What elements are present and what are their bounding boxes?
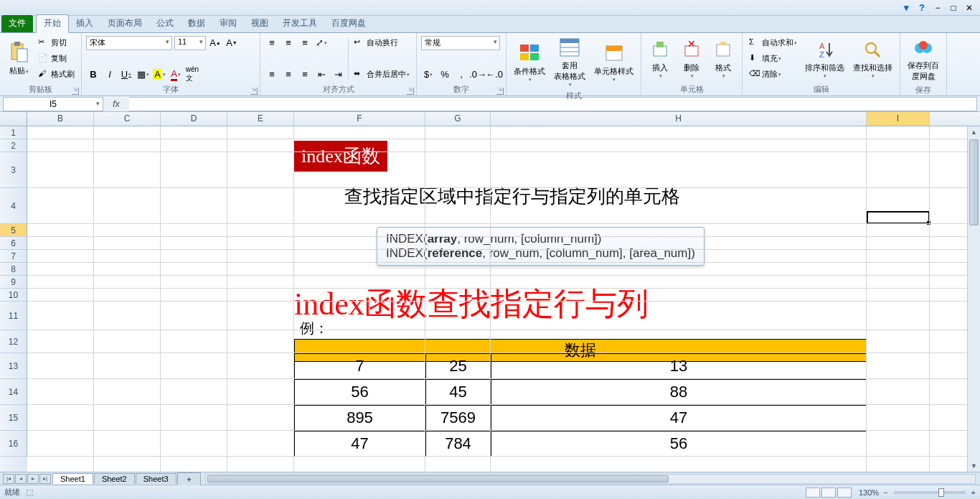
underline-button[interactable]: U — [119, 67, 133, 82]
close-button[interactable]: ✕ — [963, 3, 976, 13]
view-normal-icon[interactable] — [806, 488, 820, 498]
row-header-3[interactable]: 3 — [0, 152, 27, 188]
scroll-thumb[interactable] — [969, 139, 979, 225]
tab-developer[interactable]: 开发工具 — [275, 15, 324, 32]
table-cell[interactable]: 13 — [491, 353, 867, 379]
percent-icon[interactable]: % — [438, 67, 452, 82]
sheet-tab-1[interactable]: Sheet1 — [52, 473, 93, 484]
tab-formulas[interactable]: 公式 — [149, 15, 181, 32]
bold-button[interactable]: B — [86, 67, 100, 82]
row-header-15[interactable]: 15 — [0, 405, 27, 431]
table-cell[interactable]: 56 — [491, 431, 867, 457]
table-cell[interactable]: 7 — [294, 353, 425, 379]
dialog-launcher-icon[interactable]: ⇲ — [496, 88, 504, 95]
table-cell[interactable]: 784 — [425, 431, 491, 457]
italic-button[interactable]: I — [103, 67, 117, 82]
increase-indent-icon[interactable]: ⇥ — [331, 67, 345, 82]
table-cell[interactable]: 895 — [294, 405, 425, 431]
tab-data[interactable]: 数据 — [181, 15, 212, 32]
vertical-scrollbar[interactable]: ▲ ▼ — [967, 126, 980, 472]
find-select-button[interactable]: 查找和选择 — [849, 37, 897, 80]
table-cell[interactable]: 25 — [425, 353, 491, 379]
tab-file[interactable]: 文件 — [1, 15, 33, 32]
currency-icon[interactable]: $ — [421, 67, 435, 82]
table-cell[interactable]: 56 — [294, 379, 425, 405]
align-left-icon[interactable]: ≡ — [265, 67, 279, 82]
row-header-5[interactable]: 5 — [0, 224, 27, 237]
fill-button[interactable]: ⬇填充 — [747, 52, 799, 66]
tab-home[interactable]: 开始 — [36, 14, 69, 33]
sort-filter-button[interactable]: AZ排序和筛选 — [801, 37, 849, 80]
table-cell[interactable]: 88 — [491, 379, 867, 405]
fx-icon[interactable]: fx — [108, 98, 125, 109]
zoom-level[interactable]: 130% — [859, 488, 879, 497]
row-header-16[interactable]: 16 — [0, 431, 27, 457]
row-header-8[interactable]: 8 — [0, 263, 27, 276]
format-table-button[interactable]: 套用 表格格式 — [550, 34, 590, 89]
number-format-combo[interactable]: 常规 — [421, 36, 500, 50]
column-header-F[interactable]: F — [294, 112, 425, 126]
row-header-1[interactable]: 1 — [0, 126, 27, 139]
select-all-corner[interactable] — [0, 112, 27, 126]
cut-button[interactable]: ✂剪切 — [36, 36, 77, 50]
row-header-10[interactable]: 10 — [0, 289, 27, 302]
orientation-icon[interactable]: ⤢ — [314, 36, 329, 50]
row-header-6[interactable]: 6 — [0, 237, 27, 250]
row-header-7[interactable]: 7 — [0, 250, 27, 263]
paste-button[interactable]: 粘贴 — [3, 39, 34, 78]
copy-button[interactable]: 📄复制 — [36, 52, 77, 66]
row-header-11[interactable]: 11 — [0, 302, 27, 330]
dialog-launcher-icon[interactable]: ⇲ — [407, 88, 414, 95]
tab-view[interactable]: 视图 — [244, 15, 275, 32]
sheet-next-icon[interactable]: ▸ — [27, 474, 39, 484]
column-header-E[interactable]: E — [227, 112, 294, 126]
scroll-down-icon[interactable]: ▼ — [968, 460, 980, 472]
delete-cells-button[interactable]: ✕删除 — [676, 37, 707, 80]
row-header-14[interactable]: 14 — [0, 379, 27, 405]
fill-color-button[interactable]: A — [152, 67, 166, 82]
hscroll-thumb[interactable] — [207, 475, 669, 482]
conditional-format-button[interactable]: 条件格式 — [509, 40, 550, 84]
zoom-in-button[interactable]: + — [971, 488, 976, 497]
decrease-font-icon[interactable]: A▼ — [225, 36, 239, 50]
cell-styles-button[interactable]: 单元格样式 — [590, 40, 638, 84]
maximize-button[interactable]: □ — [947, 3, 960, 13]
cells-area[interactable]: index函数 查找指定区域中指定行与指定列的单元格 INDEX(array, … — [27, 126, 980, 472]
align-right-icon[interactable]: ≡ — [298, 67, 312, 82]
tab-review[interactable]: 审阅 — [212, 15, 244, 32]
sheet-last-icon[interactable]: ▸| — [39, 474, 51, 484]
clear-button[interactable]: ⌫清除 — [747, 67, 799, 82]
row-header-2[interactable]: 2 — [0, 139, 27, 152]
zoom-slider[interactable] — [894, 491, 966, 494]
row-header-4[interactable]: 4 — [0, 188, 27, 224]
row-header-12[interactable]: 12 — [0, 330, 27, 353]
help-icon[interactable]: ? — [915, 3, 928, 13]
decrease-decimal-icon[interactable]: ←.0 — [487, 67, 501, 82]
worksheet-grid[interactable]: 12345678910111213141516 index函数 查找指定区域中指… — [0, 126, 980, 472]
sheet-add-button[interactable]: ＋ — [177, 472, 201, 485]
table-cell[interactable]: 7569 — [425, 405, 491, 431]
comma-icon[interactable]: , — [454, 67, 468, 82]
align-top-icon[interactable]: ≡ — [265, 36, 279, 50]
decrease-indent-icon[interactable]: ⇤ — [314, 67, 329, 82]
align-middle-icon[interactable]: ≡ — [281, 36, 296, 50]
phonetic-button[interactable]: wén文 — [185, 67, 199, 82]
align-center-icon[interactable]: ≡ — [281, 67, 296, 82]
view-page-layout-icon[interactable] — [821, 488, 836, 498]
sheet-tab-2[interactable]: Sheet2 — [94, 473, 135, 484]
increase-font-icon[interactable]: A▲ — [208, 36, 222, 50]
sheet-prev-icon[interactable]: ◂ — [15, 474, 27, 484]
tab-baidu[interactable]: 百度网盘 — [324, 15, 373, 32]
font-color-button[interactable]: A — [169, 67, 183, 82]
tab-insert[interactable]: 插入 — [69, 15, 100, 32]
table-cell[interactable]: 45 — [425, 379, 491, 405]
column-header-I[interactable]: I — [867, 112, 930, 126]
dialog-launcher-icon[interactable]: ⇲ — [250, 88, 258, 95]
view-page-break-icon[interactable] — [837, 488, 852, 498]
row-header-13[interactable]: 13 — [0, 353, 27, 379]
column-header-B[interactable]: B — [27, 112, 94, 126]
name-box[interactable]: I5 — [3, 97, 103, 111]
font-size-combo[interactable]: 11 — [174, 36, 206, 50]
font-name-combo[interactable]: 宋体 — [86, 36, 172, 50]
increase-decimal-icon[interactable]: .0→ — [471, 67, 485, 82]
